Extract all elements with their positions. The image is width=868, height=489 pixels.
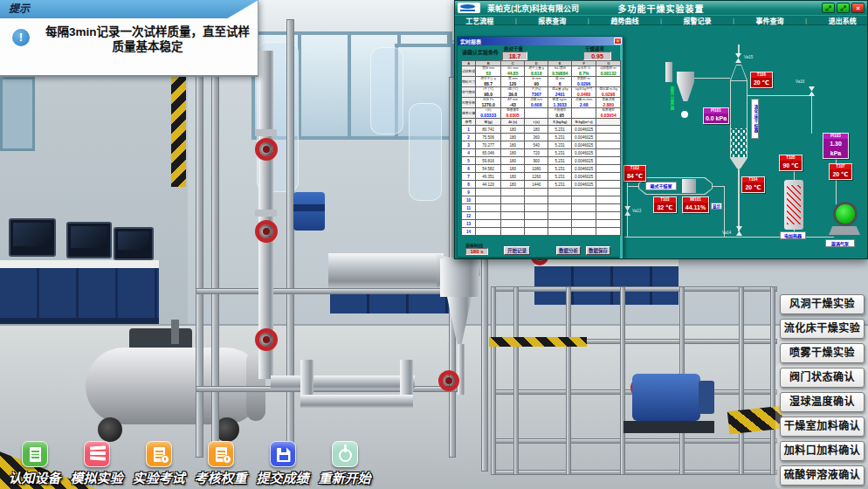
data-row: 10: [462, 196, 621, 204]
pipe: [458, 344, 465, 395]
abs-dry-value: 18.7: [502, 52, 527, 60]
valve-wheel[interactable]: [255, 328, 278, 351]
toolbar-label: 提交成绩: [256, 468, 308, 486]
report-button-1[interactable]: 数据分析: [556, 246, 581, 255]
toolbar-label: 模拟实验: [70, 468, 122, 486]
table-cell: [596, 141, 621, 149]
param-cell: 长L mm44.85: [501, 66, 525, 77]
data-row: 9: [462, 189, 621, 196]
right-button-4[interactable]: 湿球温度确认: [780, 392, 865, 412]
table-cell: [596, 126, 621, 134]
data-row: 844.12018014405.2310.0046025: [462, 181, 621, 189]
table-cell: 5.231: [548, 181, 572, 189]
table-cell: 8: [462, 181, 476, 189]
frame-bar: [739, 286, 744, 475]
toolbar-item-4[interactable]: 提交成绩: [251, 441, 313, 489]
menu-item-5[interactable]: 退出系统: [829, 16, 857, 25]
frame-bar: [491, 470, 777, 475]
table-cell: 0.0046025: [572, 173, 596, 181]
pump: [293, 192, 325, 231]
display-T103: T10332 ℃: [653, 196, 677, 213]
toolbar-item-1[interactable]: 模拟实验: [65, 441, 127, 489]
table-cell: [476, 189, 501, 196]
menu-item-1[interactable]: 报表查询: [538, 16, 566, 25]
toolbar-item-2[interactable]: 实验考试: [127, 441, 189, 489]
table-cell: [525, 220, 548, 228]
param-row: 物料尺寸绝对干重 g88.7宽 mm120长 mm90高 mm6表面积 m²0.…: [462, 77, 621, 87]
right-button-7[interactable]: 硫酸钾溶液确认: [780, 465, 865, 486]
menu-item-4[interactable]: 事件查询: [756, 16, 784, 25]
bottom-toolbar: 认知设备模拟实验实验考试考核权重提交成绩重新开始: [3, 441, 379, 489]
data-row: 559.8161809005.2310.0046025: [462, 157, 621, 165]
report-close-button[interactable]: ×: [614, 38, 622, 45]
fluidbed-label: 流化床干燥器: [751, 99, 759, 139]
menu-separator: |: [515, 17, 517, 24]
pipe-line: [713, 186, 724, 187]
param-cell: 宽W mm53: [476, 66, 501, 77]
data-row: 14: [462, 228, 621, 236]
table-cell: 1080: [525, 165, 548, 173]
table-cell: 0.0046025: [572, 126, 596, 134]
report-footer: 采样时间 180 s 开始记录数据分析数据保存: [458, 241, 623, 257]
list-header: X (kg/kg): [548, 119, 572, 126]
table-cell: [548, 204, 572, 212]
menu-separator: |: [660, 17, 662, 24]
table-cell: 180: [501, 181, 525, 189]
valve-wheel[interactable]: [438, 370, 459, 391]
menu-item-2[interactable]: 趋势曲线: [610, 16, 638, 25]
menu-item-0[interactable]: 工艺流程: [465, 16, 493, 25]
table-cell: 540: [525, 141, 548, 149]
valve-icon: [624, 206, 630, 216]
pipe-line: [738, 169, 740, 231]
table-cell: [596, 181, 621, 189]
table-cell: 180: [501, 141, 525, 149]
paper-line: [217, 454, 225, 456]
param-row: 试样数据宽W mm53长L mm44.85绝干重量 g8.618长L/宽W0.5…: [462, 66, 621, 77]
toolbar-item-5[interactable]: 重新开始: [313, 441, 375, 489]
show-button[interactable]: 显示: [711, 203, 722, 210]
list-header: Δt (s): [501, 119, 525, 126]
report-button-2[interactable]: 数据保存: [586, 246, 610, 255]
right-button-5[interactable]: 干燥室加料确认: [780, 417, 865, 437]
experiment-button-stack: 风洞干燥实验流化床干燥实验喷雾干燥实验阀门状态确认湿球温度确认干燥室加料确认加料…: [780, 294, 865, 489]
particles: [731, 128, 747, 157]
data-row: 275.5061803605.2310.0046025: [462, 134, 621, 141]
table-cell: 5.231: [548, 141, 572, 149]
right-button-2[interactable]: 喷雾干燥实验: [780, 343, 865, 363]
tip-dialog: 提示 ! 每隔3min记录一次试样质量，直至试样质量基本稳定: [0, 0, 258, 77]
right-button-1[interactable]: 流化床干燥实验: [780, 319, 865, 339]
floppy-label: [279, 455, 288, 460]
right-button-3[interactable]: 阀门状态确认: [780, 368, 865, 388]
table-cell: 49.351: [476, 173, 501, 181]
toolbar-label: 实验考试: [132, 468, 184, 486]
toolbar-item-0[interactable]: 认知设备: [3, 441, 65, 489]
valve-wheel[interactable]: [255, 220, 278, 243]
param-cell: kg水/kg干气0.0480: [572, 87, 596, 98]
table-cell: [525, 189, 548, 196]
param-cell: 绝干重量 g8.618: [525, 66, 548, 77]
menu-item-3[interactable]: 报警记录: [683, 16, 711, 25]
display-MI101: MI10144.11%: [682, 196, 709, 213]
pipe-flange: [255, 210, 277, 217]
toolbar-item-3[interactable]: 考核权重: [189, 441, 251, 489]
rate-value: 0.95: [583, 52, 611, 60]
right-button-0[interactable]: 风洞干燥实验: [780, 294, 865, 314]
ghost-equipment: [409, 103, 442, 201]
pipe-line: [811, 95, 812, 134]
table-cell: [572, 196, 596, 204]
valve-wheel[interactable]: [255, 138, 278, 161]
table-cell: 900: [525, 157, 548, 165]
data-row: 654.58218010805.2310.0046025: [462, 165, 621, 173]
report-button-0[interactable]: 开始记录: [504, 246, 530, 255]
param-row: 速率计算t (h)0.03333恒速速率0.0305干燥速率0.95临界速率0.…: [462, 108, 621, 119]
paper-line: [31, 457, 39, 458]
report-table: ABCDEFG试样数据宽W mm53长L mm44.85绝干重量 g8.618长…: [461, 60, 621, 236]
right-button-6[interactable]: 加料口加料确认: [780, 441, 865, 461]
monitor: [9, 218, 56, 257]
table-cell: [596, 204, 621, 212]
toolbar-label: 考核权重: [194, 468, 246, 486]
heater-coils: [787, 185, 801, 224]
motor: [632, 374, 700, 421]
clock-hand: [164, 458, 166, 461]
sample-time-label: 采样时间: [465, 242, 483, 248]
